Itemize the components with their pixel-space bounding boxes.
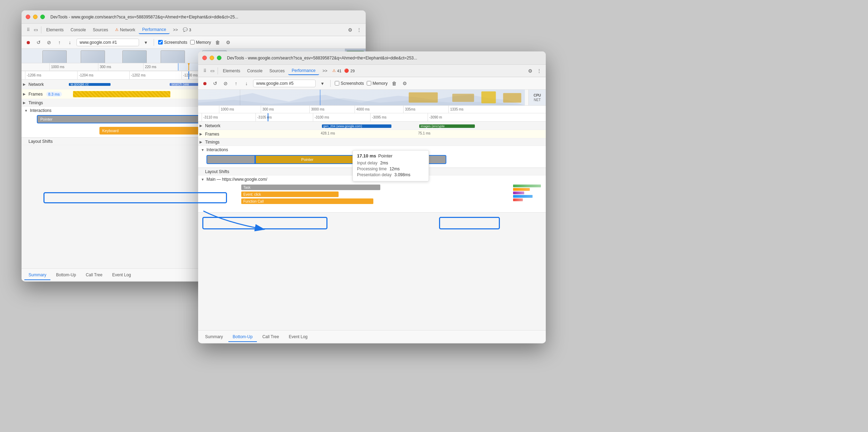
ruler-mark: -1200 ms <box>181 71 198 79</box>
perf-toolbar-right: ⏺ ↺ ⊘ ↑ ↓ www.google.com #5 ▾ Screenshot… <box>198 77 546 90</box>
upload-icon-right[interactable]: ↑ <box>232 80 240 87</box>
cpu-activity-viz <box>198 90 525 105</box>
trash-icon-right[interactable]: 🗑 <box>390 80 398 87</box>
detail-ruler-right: -3110 ms -3105 ms -3100 ms -3095 ms -309… <box>198 113 546 122</box>
expand-timings-left[interactable]: ▶ <box>23 101 27 105</box>
search-url-left: search (ww <box>171 82 189 86</box>
download-icon-left[interactable]: ↓ <box>66 39 74 46</box>
record-icon-left[interactable]: ⏺ <box>24 39 32 46</box>
ruler-mark: -3100 ms <box>313 113 329 121</box>
interactions-label-right: Interactions <box>206 147 228 152</box>
v-marker-blue <box>320 90 321 105</box>
tracks-area-right: ▶ Network gen_204 (www.google.com) image… <box>198 122 546 330</box>
device-icon[interactable]: ▭ <box>32 26 40 34</box>
clear-icon-right[interactable]: ⊘ <box>222 80 229 87</box>
close-button-left[interactable] <box>26 15 30 19</box>
pointer-bar-left[interactable]: Pointer <box>37 115 211 123</box>
playhead-line <box>188 71 189 79</box>
expand-main-right[interactable]: ▼ <box>201 178 205 181</box>
tooltip-input-delay: Input delay 2ms <box>357 161 424 165</box>
tab-more-right[interactable]: >> <box>319 67 331 75</box>
tab-sources-right[interactable]: Sources <box>266 67 288 75</box>
function-call-bar-right: Function Call <box>241 198 373 204</box>
close-button-right[interactable] <box>202 56 207 60</box>
ruler-mark: -3110 ms <box>202 113 218 121</box>
tab-summary-right[interactable]: Summary <box>201 332 227 342</box>
minimize-button-right[interactable] <box>210 56 214 60</box>
memory-checkbox-right[interactable]: Memory <box>367 81 388 86</box>
tab-elements-left[interactable]: Elements <box>43 26 67 34</box>
tab-eventlog-right[interactable]: Event Log <box>285 332 312 342</box>
more-icon-left[interactable]: ⋮ <box>355 26 363 34</box>
screenshots-checkbox-right[interactable]: Screenshots <box>335 81 364 86</box>
address-bar-right[interactable]: www.google.com #5 <box>253 80 316 87</box>
warning-icon-right: ⚠ <box>332 68 336 73</box>
refresh-icon-left[interactable]: ↺ <box>35 39 42 46</box>
dropdown-icon-left[interactable]: ▾ <box>142 39 149 46</box>
memory-checkbox-left[interactable]: Memory <box>190 40 211 45</box>
svg-rect-1 <box>452 94 474 102</box>
tab-elements-right[interactable]: Elements <box>219 67 244 75</box>
tab-sources-left[interactable]: Sources <box>89 26 112 34</box>
titlebar-right: DevTools - www.google.com/search?sca_esv… <box>198 51 546 65</box>
tab-calltree-right[interactable]: Call Tree <box>258 332 283 342</box>
network-label-left: Network <box>29 82 44 87</box>
ruler-mark: 300 ms <box>261 106 274 113</box>
settings-icon-right[interactable]: ⚙ <box>526 67 534 75</box>
perf-toolbar-left: ⏺ ↺ ⊘ ↑ ↓ www.google.com #1 ▾ Screenshot… <box>22 36 366 49</box>
tooltip-processing-time: Processing time 12ms <box>357 166 424 171</box>
settings2-icon-left[interactable]: ⚙ <box>224 39 232 46</box>
inspect-icon-right[interactable]: ⠿ <box>201 67 209 75</box>
devtools-tabs-right: ⠿ ▭ Elements Console Sources Performance… <box>198 65 546 77</box>
trash-icon-left[interactable]: 🗑 <box>214 39 221 46</box>
pointer-bar-gold-right[interactable]: Pointer <box>255 155 359 164</box>
tab-network-left[interactable]: ⚠ Network <box>112 26 139 34</box>
address-bar-left[interactable]: www.google.com #1 <box>76 39 139 46</box>
tab-summary-left[interactable]: Summary <box>24 270 50 280</box>
tab-more-left[interactable]: >> <box>170 26 181 34</box>
screenshots-checkbox-left[interactable]: Screenshots <box>158 40 187 45</box>
tab-performance-right[interactable]: Performance <box>288 67 319 75</box>
ruler-mark: -3090 m <box>428 113 442 121</box>
device-icon-right[interactable]: ▭ <box>209 67 216 75</box>
tooltip-presentation-delay: Presentation delay 3.098ms <box>357 172 424 177</box>
refresh-icon-right[interactable]: ↺ <box>211 80 219 87</box>
tab-performance-left[interactable]: Performance <box>139 26 170 34</box>
event-click-bar-right: Event: click <box>241 191 339 197</box>
ruler-mark: -1206 ms <box>25 71 41 79</box>
tab-console-left[interactable]: Console <box>67 26 89 34</box>
task-bar-right: Task <box>241 185 380 190</box>
expand-interactions-left[interactable]: ▼ <box>24 109 29 113</box>
tab-console-right[interactable]: Console <box>244 67 266 75</box>
settings-icon-left[interactable]: ⚙ <box>346 26 354 34</box>
upload-icon-left[interactable]: ↑ <box>56 39 63 46</box>
inspect-icon[interactable]: ⠿ <box>24 26 32 34</box>
maximize-button-right[interactable] <box>217 56 221 60</box>
svg-rect-0 <box>409 92 438 103</box>
ruler-mark: 220 ms <box>143 63 156 71</box>
download-icon-right[interactable]: ↓ <box>243 80 250 87</box>
top-ruler-right: 1000 ms 300 ms 3000 ms 4000 ms 335ms 133… <box>198 106 546 113</box>
tab-calltree-left[interactable]: Call Tree <box>82 270 107 280</box>
minimize-button-left[interactable] <box>33 15 38 19</box>
expand-network-right[interactable]: ▶ <box>200 124 204 128</box>
tab-eventlog-left[interactable]: Event Log <box>108 270 135 280</box>
frames-track-right: ▶ Frames 428.1 ms 75.1 ms <box>198 130 546 138</box>
more-icon-right[interactable]: ⋮ <box>535 67 543 75</box>
dropdown-icon-right[interactable]: ▾ <box>318 80 326 87</box>
frames-label-right: Frames <box>205 132 219 137</box>
record-icon-right[interactable]: ⏺ <box>201 80 209 87</box>
expand-timings-right[interactable]: ▶ <box>200 140 204 144</box>
maximize-button-left[interactable] <box>40 15 45 19</box>
tab-bottomup-left[interactable]: Bottom-Up <box>52 270 80 280</box>
frames-bar-left <box>73 91 170 97</box>
expand-interactions-right[interactable]: ▼ <box>201 148 205 152</box>
tab-bottomup-right[interactable]: Bottom-Up <box>228 332 257 342</box>
expand-network-left[interactable]: ▶ <box>23 82 27 86</box>
v-marker <box>240 90 240 105</box>
clear-icon-left[interactable]: ⊘ <box>45 39 53 46</box>
expand-frames-left[interactable]: ▶ <box>23 92 27 96</box>
expand-frames-right[interactable]: ▶ <box>200 132 204 136</box>
pointer-bar-gray-right[interactable] <box>206 155 255 164</box>
settings2-icon-right[interactable]: ⚙ <box>401 80 408 87</box>
